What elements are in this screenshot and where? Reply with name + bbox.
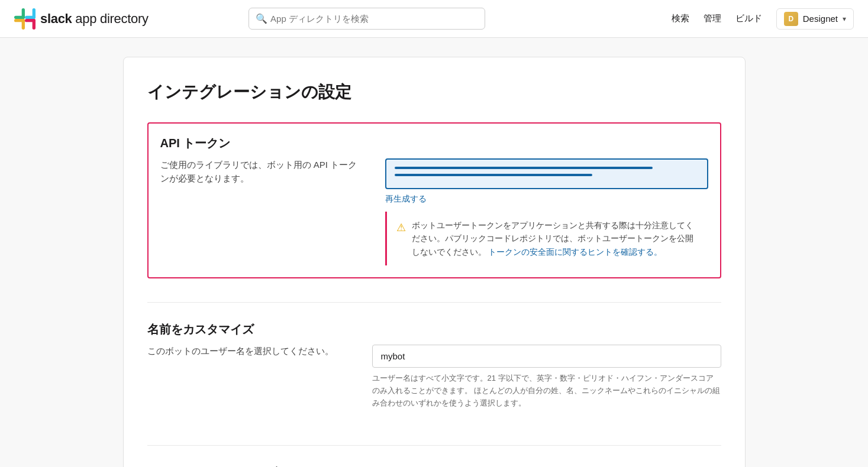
customize-name-control: ユーザー名はすべて小文字です。21 字以下で、英字・数字・ピリオド・ハイフン・ア… bbox=[372, 345, 721, 409]
api-token-section: API トークン ご使用のライブラリでは、ボット用の API トークンが必要とな… bbox=[147, 122, 721, 278]
search-input[interactable] bbox=[249, 8, 485, 30]
svg-rect-5 bbox=[14, 19, 25, 22]
search-icon: 🔍 bbox=[256, 13, 267, 24]
api-token-control bbox=[385, 158, 708, 189]
workspace-icon: D bbox=[784, 12, 798, 26]
warning-icon: ⚠ bbox=[396, 219, 406, 258]
spacer-3 bbox=[147, 426, 721, 445]
logo-link[interactable]: slack app directory bbox=[14, 8, 149, 30]
regenerate-link[interactable]: 再生成する bbox=[385, 194, 427, 205]
slack-logo-icon bbox=[14, 8, 36, 30]
svg-rect-7 bbox=[33, 19, 36, 30]
api-token-footer: 再生成する ⚠ ボットユーザートークンをアプリケーションと共有する際は十分注意し… bbox=[160, 189, 708, 265]
logo-text: slack app directory bbox=[40, 11, 149, 27]
header-nav: 検索 管理 ビルド D Designet ▾ bbox=[672, 8, 854, 30]
workspace-selector[interactable]: D Designet ▾ bbox=[776, 8, 854, 30]
customize-name-row: このボットのユーザー名を選択してください。 ユーザー名はすべて小文字です。21 … bbox=[147, 345, 721, 409]
bot-username-input[interactable] bbox=[372, 345, 721, 368]
app-header: slack app directory 🔍 検索 管理 ビルド D Design… bbox=[0, 0, 868, 38]
nav-build[interactable]: ビルド bbox=[735, 13, 762, 24]
username-hint: ユーザー名はすべて小文字です。21 字以下で、英字・数字・ピリオド・ハイフン・ア… bbox=[372, 372, 721, 409]
warning-link[interactable]: トークンの安全面に関するヒントを確認する。 bbox=[488, 247, 662, 257]
search-container: 🔍 bbox=[249, 8, 485, 30]
customize-name-title: 名前をカスタマイズ bbox=[147, 322, 721, 338]
nav-search[interactable]: 検索 bbox=[672, 13, 689, 24]
api-token-row: ご使用のライブラリでは、ボット用の API トークンが必要となります。 bbox=[160, 158, 708, 189]
workspace-name: Designet bbox=[803, 14, 838, 24]
spacer-2 bbox=[147, 303, 721, 322]
spacer-1 bbox=[147, 278, 721, 302]
warning-text: ボットユーザートークンをアプリケーションと共有する際は十分注意してください。パブ… bbox=[412, 219, 699, 258]
customize-icon-section: アイコンをカスタマイズする このボットに使用されるアイコンを変更します。 bbox=[147, 465, 721, 467]
api-token-label: ご使用のライブラリでは、ボット用の API トークンが必要となります。 bbox=[160, 158, 362, 185]
api-token-display[interactable] bbox=[385, 158, 708, 189]
token-line-1 bbox=[395, 167, 653, 169]
spacer-4 bbox=[147, 446, 721, 465]
content-card: インテグレーションの設定 API トークン ご使用のライブラリでは、ボット用の … bbox=[123, 57, 746, 467]
customize-name-section: 名前をカスタマイズ このボットのユーザー名を選択してください。 ユーザー名はすべ… bbox=[147, 322, 721, 426]
page-title: インテグレーションの設定 bbox=[147, 81, 721, 103]
customize-name-label: このボットのユーザー名を選択してください。 bbox=[147, 345, 349, 358]
token-line-2 bbox=[395, 174, 592, 176]
svg-rect-3 bbox=[33, 8, 36, 19]
api-token-title: API トークン bbox=[160, 135, 708, 151]
main-content: インテグレーションの設定 API トークン ご使用のライブラリでは、ボット用の … bbox=[109, 38, 760, 467]
nav-manage[interactable]: 管理 bbox=[704, 13, 721, 24]
chevron-down-icon: ▾ bbox=[843, 15, 846, 23]
warning-box: ⚠ ボットユーザートークンをアプリケーションと共有する際は十分注意してください。… bbox=[385, 212, 708, 265]
svg-rect-1 bbox=[14, 15, 25, 18]
customize-icon-title: アイコンをカスタマイズする bbox=[147, 465, 721, 467]
